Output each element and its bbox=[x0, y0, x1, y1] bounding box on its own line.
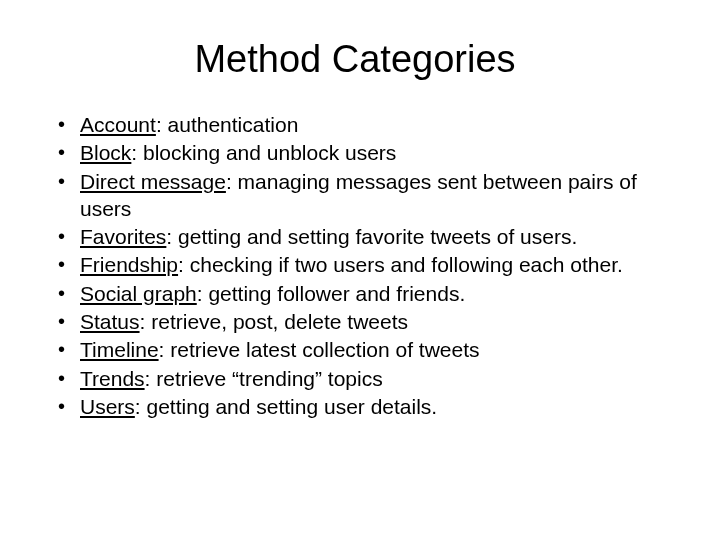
item-description: : getting follower and friends. bbox=[197, 282, 466, 305]
item-term: Status bbox=[80, 310, 140, 333]
item-description: : getting and setting user details. bbox=[135, 395, 437, 418]
item-description: : checking if two users and following ea… bbox=[178, 253, 623, 276]
list-item: Users: getting and setting user details. bbox=[58, 393, 670, 420]
list-item: Trends: retrieve “trending” topics bbox=[58, 365, 670, 392]
item-term: Trends bbox=[80, 367, 145, 390]
method-categories-list: Account: authentication Block: blocking … bbox=[40, 111, 670, 420]
item-description: : retrieve “trending” topics bbox=[145, 367, 383, 390]
item-description: : authentication bbox=[156, 113, 298, 136]
list-item: Favorites: getting and setting favorite … bbox=[58, 223, 670, 250]
list-item: Block: blocking and unblock users bbox=[58, 139, 670, 166]
item-term: Friendship bbox=[80, 253, 178, 276]
list-item: Direct message: managing messages sent b… bbox=[58, 168, 670, 223]
item-term: Users bbox=[80, 395, 135, 418]
item-term: Account bbox=[80, 113, 156, 136]
item-term: Timeline bbox=[80, 338, 159, 361]
item-description: : getting and setting favorite tweets of… bbox=[166, 225, 577, 248]
list-item: Timeline: retrieve latest collection of … bbox=[58, 336, 670, 363]
list-item: Status: retrieve, post, delete tweets bbox=[58, 308, 670, 335]
list-item: Account: authentication bbox=[58, 111, 670, 138]
item-description: : blocking and unblock users bbox=[131, 141, 396, 164]
slide-title: Method Categories bbox=[40, 38, 670, 81]
item-term: Favorites bbox=[80, 225, 166, 248]
item-description: : retrieve, post, delete tweets bbox=[140, 310, 408, 333]
item-term: Block bbox=[80, 141, 131, 164]
item-term: Direct message bbox=[80, 170, 226, 193]
item-description: : retrieve latest collection of tweets bbox=[159, 338, 480, 361]
list-item: Friendship: checking if two users and fo… bbox=[58, 251, 670, 278]
item-term: Social graph bbox=[80, 282, 197, 305]
list-item: Social graph: getting follower and frien… bbox=[58, 280, 670, 307]
